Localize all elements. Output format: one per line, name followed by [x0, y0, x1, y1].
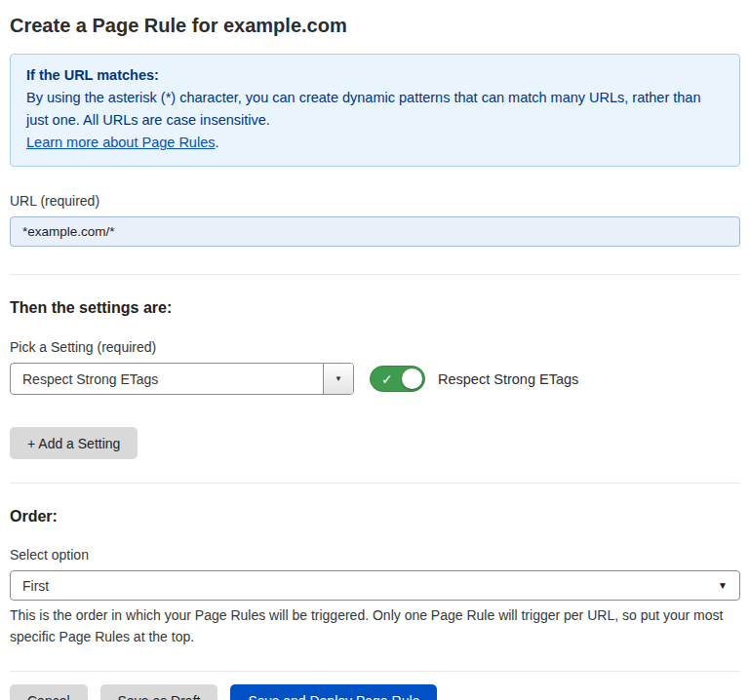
order-select[interactable]: First ▼ [10, 570, 740, 601]
divider-settings-order [10, 483, 740, 484]
check-icon: ✓ [381, 371, 393, 385]
link-period: . [215, 135, 218, 150]
order-help-text: This is the order in which your Page Rul… [10, 605, 740, 647]
etag-toggle[interactable]: ✓ [370, 366, 425, 392]
order-select-value: First [22, 578, 49, 594]
setting-select-caret-button[interactable]: ▼ [323, 364, 353, 394]
url-label: URL (required) [10, 193, 740, 209]
info-body: By using the asterisk (*) character, you… [26, 87, 724, 132]
learn-more-link[interactable]: Learn more about Page Rules [26, 135, 215, 150]
save-draft-button[interactable]: Save as Draft [100, 684, 218, 700]
toggle-label: Respect Strong ETags [438, 371, 578, 387]
info-link-line: Learn more about Page Rules. [26, 132, 724, 154]
order-heading: Order: [10, 507, 740, 526]
divider-url-settings [10, 274, 740, 275]
page-rule-form: Create a Page Rule for example.com If th… [0, 12, 750, 700]
settings-heading: Then the settings are: [10, 298, 740, 318]
order-select-label: Select option [10, 547, 740, 563]
toggle-knob [402, 369, 422, 389]
chevron-down-icon: ▼ [718, 580, 728, 591]
divider-order-footer [10, 671, 740, 672]
setting-select-value: Respect Strong ETags [11, 364, 323, 394]
setting-row: Respect Strong ETags ▼ ✓ Respect Strong … [10, 363, 740, 395]
pick-setting-label: Pick a Setting (required) [10, 339, 740, 355]
add-setting-button[interactable]: + Add a Setting [10, 427, 138, 459]
page-title: Create a Page Rule for example.com [10, 12, 740, 39]
info-heading: If the URL matches: [26, 64, 724, 87]
footer-actions: Cancel Save as Draft Save and Deploy Pag… [10, 684, 740, 700]
url-input[interactable] [10, 216, 740, 247]
setting-select[interactable]: Respect Strong ETags ▼ [10, 363, 354, 395]
info-box: If the URL matches: By using the asteris… [10, 54, 740, 167]
cancel-button[interactable]: Cancel [10, 684, 88, 700]
save-deploy-button[interactable]: Save and Deploy Page Rule [230, 684, 437, 700]
chevron-down-icon: ▼ [335, 374, 342, 383]
